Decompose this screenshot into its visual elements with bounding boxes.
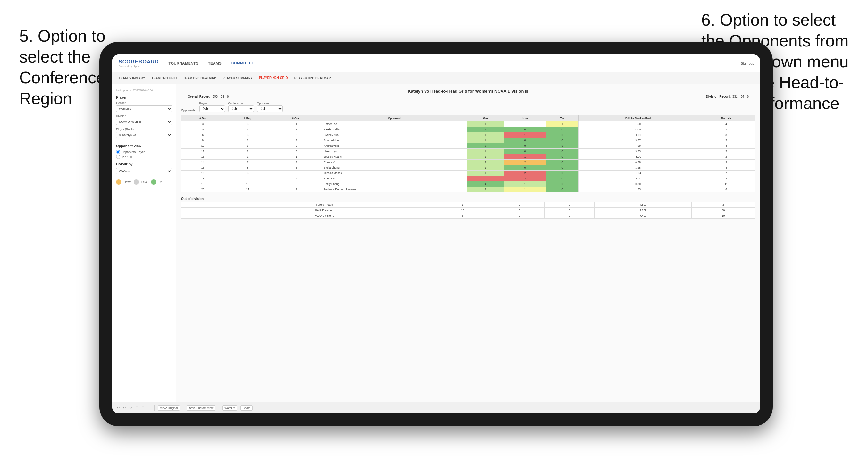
grid-header: Katelyn Vo Head-to-Head Grid for Women's… xyxy=(181,89,755,98)
toolbar-sep-1 xyxy=(154,405,155,411)
division-label: Division xyxy=(116,115,172,118)
grid-title: Katelyn Vo Head-to-Head Grid for Women's… xyxy=(181,89,755,94)
colour-by-title: Colour by xyxy=(116,162,172,166)
table-row: 1474Eunice Yi2200.389 xyxy=(182,160,755,165)
undo2-icon[interactable]: ↩ xyxy=(129,406,132,410)
region-filter-label: Region xyxy=(199,102,225,105)
table-row: 19106Emily Chang4100.3011 xyxy=(182,181,755,187)
th-loss: Loss xyxy=(504,115,546,122)
nav-committee[interactable]: COMMITTEE xyxy=(231,60,254,67)
grid-records: Overall Record: 353 - 34 - 6 Division Re… xyxy=(181,95,755,98)
sub-nav-player-summary[interactable]: PLAYER SUMMARY xyxy=(222,75,253,81)
opponent-view-title: Opponent view xyxy=(116,144,172,148)
nav-items: TOURNAMENTS TEAMS COMMITTEE xyxy=(169,60,741,67)
sub-nav: TEAM SUMMARY TEAM H2H GRID TEAM H2H HEAT… xyxy=(112,72,760,84)
bottom-toolbar: ↩ ↩ ↩ ⊞ ⊟ ⏱ View: Original Save Custom V… xyxy=(112,402,760,413)
up-label: Up xyxy=(159,181,162,184)
logo-text: SCOREBOARD xyxy=(119,59,159,65)
paste-icon[interactable]: ⊟ xyxy=(142,406,144,410)
top-nav: SCOREBOARD Powered by clippd TOURNAMENTS… xyxy=(112,55,760,72)
division-record: Division Record: 331 - 34 - 6 xyxy=(706,95,749,98)
th-conf: # Conf xyxy=(271,115,322,122)
tablet-device: SCOREBOARD Powered by clippd TOURNAMENTS… xyxy=(99,42,773,426)
opponents-filter-group: Opponents: xyxy=(181,108,196,112)
color-legend: Down Level Up xyxy=(116,180,172,185)
watch-btn[interactable]: Watch ▾ xyxy=(222,405,237,411)
ood-table-row: NCAA Division 25007.40010 xyxy=(182,213,755,219)
th-diff: Diff Av Strokes/Rnd xyxy=(579,115,698,122)
colour-by-select[interactable]: Win/loss xyxy=(116,168,172,174)
logo-area: SCOREBOARD Powered by clippd xyxy=(119,59,159,68)
table-row: 1063Andrea York2004.004 xyxy=(182,143,755,149)
opponents-played-option[interactable]: Opponents Played xyxy=(116,150,172,154)
toolbar-sep-3 xyxy=(219,405,219,411)
table-row: 20117Federica Domecq Lacroze2101.336 xyxy=(182,187,755,192)
table-row: 1125Heejo Hyun1003.333 xyxy=(182,149,755,154)
table-row: 1636Jessica Mason120-0.947 xyxy=(182,170,755,176)
th-reg: # Reg xyxy=(224,115,271,122)
table-row: 1822Euna Lee030-5.002 xyxy=(182,176,755,181)
ood-table-row: NAIA Division 115009.26730 xyxy=(182,208,755,213)
th-tie: Tie xyxy=(546,115,579,122)
player-rank-label: Player (Rank) xyxy=(116,128,172,131)
opponent-view-options: Opponents Played Top 100 xyxy=(116,150,172,159)
conference-select[interactable]: (All) xyxy=(228,105,254,112)
nav-teams[interactable]: TEAMS xyxy=(208,60,222,67)
opponents-label: Opponents: xyxy=(181,108,196,112)
table-row: 331Esther Lee111.504 xyxy=(182,122,755,127)
undo-icon[interactable]: ↩ xyxy=(117,406,120,410)
share-btn[interactable]: Share xyxy=(241,405,253,411)
view-original-btn[interactable]: View: Original xyxy=(158,405,180,411)
table-row: 1585Stella Cheng1001.254 xyxy=(182,165,755,170)
sub-nav-team-h2h-heatmap[interactable]: TEAM H2H HEATMAP xyxy=(183,75,216,81)
th-win: Win xyxy=(467,115,504,122)
last-updated: Last Updated: 27/03/2024 06:34 xyxy=(116,89,172,92)
sub-nav-team-h2h-grid[interactable]: TEAM H2H GRID xyxy=(151,75,177,81)
main-content: Last Updated: 27/03/2024 06:34 Player Ge… xyxy=(112,84,760,402)
opponent-select[interactable]: (All) xyxy=(257,105,283,112)
opponent-filter-group: Opponent (All) xyxy=(257,102,283,112)
division-select[interactable]: NCAA Division III xyxy=(116,119,172,125)
clock-icon[interactable]: ⏱ xyxy=(148,406,151,410)
opponent-filter-label: Opponent xyxy=(257,102,283,105)
th-rounds: Rounds xyxy=(698,115,755,122)
conference-filter-group: Conference (All) xyxy=(228,102,254,112)
copy-icon[interactable]: ⊞ xyxy=(135,406,138,410)
down-dot xyxy=(116,180,121,185)
top100-option[interactable]: Top 100 xyxy=(116,155,172,159)
out-of-division-table: Foreign Team1004.5002NAIA Division 11500… xyxy=(181,202,755,219)
sub-nav-team-summary[interactable]: TEAM SUMMARY xyxy=(119,75,145,81)
sub-nav-player-h2h-grid[interactable]: PLAYER H2H GRID xyxy=(259,75,288,82)
content-area: Katelyn Vo Head-to-Head Grid for Women's… xyxy=(176,84,760,402)
gender-select[interactable]: Women's xyxy=(116,105,172,112)
tablet-screen: SCOREBOARD Powered by clippd TOURNAMENTS… xyxy=(112,55,760,413)
player-section-title: Player xyxy=(116,95,172,99)
player-rank-select[interactable]: 8. Katelyn Vo xyxy=(116,132,172,138)
ood-table-row: Foreign Team1004.5002 xyxy=(182,202,755,208)
up-dot xyxy=(151,180,156,185)
redo-icon[interactable]: ↩ xyxy=(123,406,126,410)
gender-label: Gender xyxy=(116,101,172,104)
table-row: 914Sharon Mun1003.673 xyxy=(182,138,755,143)
th-div: # Div xyxy=(182,115,224,122)
nav-tournaments[interactable]: TOURNAMENTS xyxy=(169,60,198,67)
h2h-table: # Div # Reg # Conf Opponent Win Loss Tie… xyxy=(181,115,755,192)
sub-nav-player-h2h-heatmap[interactable]: PLAYER H2H HEATMAP xyxy=(294,75,331,81)
table-row: 633Sydney Kuo110-1.003 xyxy=(182,132,755,138)
save-custom-view-btn[interactable]: Save Custom View xyxy=(187,405,215,411)
level-label: Level xyxy=(142,181,149,184)
th-opponent: Opponent xyxy=(321,115,467,122)
region-select[interactable]: (All) xyxy=(199,105,225,112)
filter-row: Opponents: Region (All) Conference (All) xyxy=(181,102,755,112)
overall-record: Overall Record: 353 - 34 - 6 xyxy=(188,95,228,98)
table-row: 522Alexis Sudjianto1004.003 xyxy=(182,127,755,132)
logo-sub: Powered by clippd xyxy=(119,65,159,68)
sign-out[interactable]: Sign out xyxy=(741,62,753,65)
level-dot xyxy=(134,180,139,185)
out-of-division-label: Out of division xyxy=(181,197,755,200)
sidebar: Last Updated: 27/03/2024 06:34 Player Ge… xyxy=(112,84,176,402)
down-label: Down xyxy=(124,181,131,184)
conference-filter-label: Conference xyxy=(228,102,254,105)
toolbar-sep-2 xyxy=(183,405,183,411)
table-row: 1311Jessica Huang110-3.002 xyxy=(182,154,755,160)
